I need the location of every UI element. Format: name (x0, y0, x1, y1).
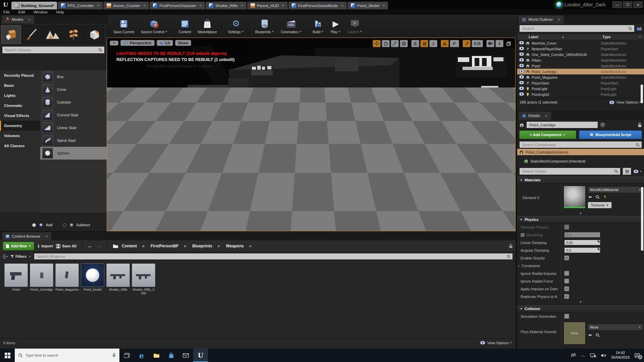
constraints-row[interactable]: ▷ Constraints (517, 262, 644, 269)
add-component-button[interactable]: + Add Component▼ (519, 130, 576, 139)
mode-place-button[interactable] (1, 25, 21, 44)
import-button[interactable]: ⭣Import (38, 243, 53, 249)
checkbox-checked[interactable]: ✓ (564, 255, 569, 260)
outliner-column-header[interactable]: Label ▲ Type ▼ (517, 34, 644, 40)
phys-material-dropdown[interactable]: None▼ (588, 324, 643, 330)
geometry-item-cone[interactable]: Cone (40, 83, 107, 96)
level-viewport[interactable]: z y x ▼ Perspective Lit Show LIGHTING NE… (107, 38, 516, 231)
mode-geometry-button[interactable] (85, 25, 104, 44)
geometry-item-curved-stair[interactable]: Curved Stair (40, 109, 107, 121)
search-classes-input[interactable] (4, 48, 96, 52)
close-icon[interactable]: ✕ (97, 4, 100, 7)
maximize-viewport-button[interactable] (504, 40, 513, 47)
physics-expander[interactable]: ▼ (517, 300, 644, 305)
outliner-search-box[interactable] (519, 25, 635, 32)
lit-mode-button[interactable]: Lit (157, 40, 173, 46)
close-icon[interactable]: ✕ (282, 4, 284, 7)
category-recently-placed[interactable]: Recently Placed (0, 70, 40, 80)
asset-tab-pistol-model[interactable]: Pistol_Model ✕ (347, 2, 388, 9)
geometry-item-box[interactable]: Box (40, 70, 107, 83)
task-view-button[interactable] (119, 349, 134, 362)
checkbox-unchecked[interactable] (564, 279, 569, 284)
checkbox-checked[interactable]: ✓ (564, 294, 569, 299)
visibility-eye-icon[interactable] (519, 86, 524, 90)
outliner-row-selected[interactable]: Pistol_Cartridge StaticMeshActor (517, 69, 644, 74)
breadcrumb-firstpersonbp[interactable]: FirstPersonBP (151, 244, 178, 248)
geometry-item-sphere[interactable]: Sphere (40, 147, 107, 160)
source-control-button[interactable]: Source Control▼ (138, 16, 171, 36)
physics-section-header[interactable]: ▼Physics (517, 216, 644, 223)
massinkg-row[interactable]: MassInKg 0.0 (517, 231, 644, 239)
actor-name-field[interactable] (526, 121, 598, 128)
help-icon[interactable]: ? (600, 122, 605, 127)
content-button[interactable]: Content (175, 16, 195, 36)
close-icon[interactable]: ✕ (241, 4, 244, 7)
add-new-button[interactable]: Add New▼ (3, 242, 34, 250)
restore-button[interactable]: ❐ (623, 1, 632, 8)
ignore-radial-force-row[interactable]: Ignore Radial Force (517, 277, 644, 285)
checkbox-unchecked[interactable] (564, 225, 569, 230)
menu-window[interactable]: Window (34, 10, 47, 14)
menu-file[interactable]: File (3, 10, 10, 14)
apply-impulse-row[interactable]: Apply Impulse on Dam✓ (517, 285, 644, 293)
launch-button[interactable]: Launch▼ (344, 16, 366, 36)
asset-tile-shutter-rifle[interactable]: ✦ Shutter_Rifle (106, 263, 130, 292)
use-selected-asset-icon[interactable]: ⬅ (588, 333, 592, 338)
taskbar-clock[interactable]: 14:42 26/04/2019 (611, 351, 630, 360)
cb-view-options-button[interactable]: View Options▼ (480, 341, 512, 345)
breadcrumb-weapons[interactable]: Weapons (226, 244, 244, 248)
category-visual-effects[interactable]: Visual Effects (0, 111, 40, 121)
content-browser-tab[interactable]: Content Browser ✕ (2, 232, 51, 240)
edge-icon[interactable]: e (134, 349, 149, 362)
asset-tile-pistol-model[interactable]: Pistol_Model (80, 263, 105, 292)
lock-icon[interactable] (638, 122, 642, 127)
screen-percentage-value[interactable]: 2 (495, 40, 503, 47)
category-geometry[interactable]: Geometry (0, 121, 40, 131)
move-tool-button[interactable] (373, 40, 381, 47)
scale-tool-button[interactable] (391, 40, 399, 47)
asset-tab-parent-hud[interactable]: Parent_HUD ✕ (247, 2, 288, 9)
collision-section-header[interactable]: ▼Collision (517, 305, 644, 312)
visibility-eye-icon[interactable] (519, 92, 524, 96)
close-icon[interactable]: ✕ (341, 4, 343, 7)
asset-tile-pistol-cartridge[interactable]: ✦ Pistol_Cartridge (30, 263, 54, 292)
visibility-eye-icon[interactable] (519, 64, 524, 67)
material-thumbnail[interactable] (564, 186, 586, 208)
subtract-radio[interactable] (63, 223, 66, 227)
outliner-row[interactable]: Pistol_Magazine StaticMeshActor (517, 74, 644, 80)
use-selected-asset-icon[interactable]: ⬅ (588, 194, 592, 199)
simulation-generates-row[interactable]: Simulation Generates (517, 312, 644, 320)
volume-muted-icon[interactable] (601, 353, 606, 358)
ignore-radial-impulse-row[interactable]: Ignore Radial Impulse (517, 269, 644, 277)
visibility-eye-icon[interactable] (519, 41, 524, 45)
outliner-row[interactable]: PlayerStart PlayerStart (517, 80, 644, 86)
network-icon[interactable] (590, 353, 596, 358)
visibility-eye-icon[interactable] (519, 58, 524, 62)
grid-snap-value[interactable]: 1 (429, 40, 437, 47)
start-button[interactable] (0, 349, 15, 362)
search-details-box[interactable] (519, 168, 621, 175)
mode-paint-button[interactable] (22, 25, 42, 44)
outliner-view-options-button[interactable]: View Options▼ (609, 100, 641, 104)
build-button[interactable]: Build▼ (309, 16, 327, 36)
perspective-button[interactable]: Perspective (120, 40, 155, 46)
material-select-dropdown[interactable]: WorldGridMaterial▼ (588, 186, 643, 193)
category-cinematic[interactable]: Cinematic (0, 101, 40, 111)
category-all-classes[interactable]: All Classes (0, 141, 40, 151)
outliner-scrollbar[interactable] (641, 84, 643, 103)
replicate-physics-row[interactable]: Replicate Physics to A✓ (517, 293, 644, 300)
materials-section-header[interactable]: ▼Materials (517, 176, 644, 184)
screen-percentage-button[interactable] (486, 40, 494, 47)
geometry-item-spiral-stair[interactable]: Spiral Stair (40, 134, 107, 147)
visibility-eye-icon[interactable] (519, 52, 524, 56)
forward-arrow[interactable]: → (96, 243, 102, 249)
asset-tab-building-ground[interactable]: Building_Ground* (11, 2, 57, 9)
mail-icon[interactable] (178, 349, 193, 362)
textures-dropdown[interactable]: Textures▼ (588, 202, 612, 208)
rotate-tool-button[interactable] (382, 40, 390, 47)
category-lights[interactable]: Lights (0, 90, 40, 101)
asset-tab-ammo-counter[interactable]: Ammo_Counter ✕ (103, 2, 149, 9)
search-assets-input[interactable] (36, 254, 504, 259)
blueprints-button[interactable]: Blueprints▼ (252, 16, 278, 36)
hidden-icons-chevron[interactable]: ︿ (581, 352, 585, 358)
